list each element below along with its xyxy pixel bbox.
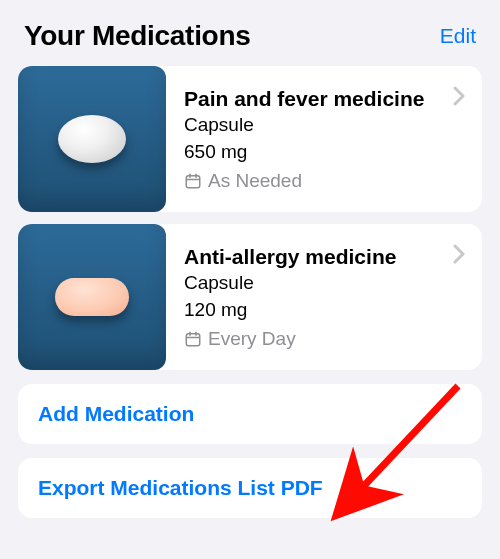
medication-thumbnail [18,224,166,370]
medication-schedule: Every Day [184,328,442,350]
chevron-right-icon [452,244,466,264]
calendar-icon [184,330,202,348]
medication-row[interactable]: Pain and fever medicine Capsule 650 mg A… [18,66,482,212]
header: Your Medications Edit [0,0,500,66]
pill-capsule-icon [55,278,129,316]
schedule-text: Every Day [208,328,296,350]
medication-info: Pain and fever medicine Capsule 650 mg A… [166,66,482,212]
schedule-text: As Needed [208,170,302,192]
medication-strength: 650 mg [184,140,442,165]
page-title: Your Medications [24,20,251,52]
medication-info: Anti-allergy medicine Capsule 120 mg Eve… [166,224,482,370]
medication-form: Capsule [184,113,442,138]
svg-rect-0 [186,176,200,188]
add-medication-button[interactable]: Add Medication [18,384,482,444]
medication-thumbnail [18,66,166,212]
calendar-icon [184,172,202,190]
medication-name: Pain and fever medicine [184,86,442,111]
medication-form: Capsule [184,271,442,296]
export-pdf-button[interactable]: Export Medications List PDF [18,458,482,518]
edit-button[interactable]: Edit [440,24,476,48]
pill-oval-icon [58,115,126,163]
medication-row[interactable]: Anti-allergy medicine Capsule 120 mg Eve… [18,224,482,370]
svg-rect-4 [186,334,200,346]
medication-name: Anti-allergy medicine [184,244,442,269]
medication-strength: 120 mg [184,298,442,323]
chevron-right-icon [452,86,466,106]
medication-schedule: As Needed [184,170,442,192]
